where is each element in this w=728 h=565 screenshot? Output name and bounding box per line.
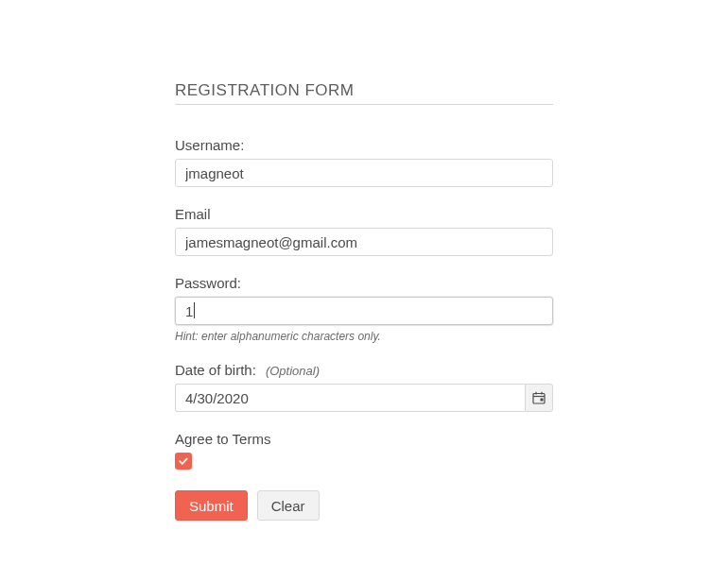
username-field: Username: xyxy=(175,137,553,187)
calendar-icon xyxy=(532,391,546,404)
submit-button[interactable]: Submit xyxy=(175,490,248,521)
dob-label: Date of birth: xyxy=(175,362,256,378)
password-hint: Hint: enter alphanumeric characters only… xyxy=(175,330,553,343)
username-label: Username: xyxy=(175,137,553,153)
form-title: REGISTRATION FORM xyxy=(175,81,553,105)
registration-form: REGISTRATION FORM Username: Email Passwo… xyxy=(175,0,553,521)
dob-input[interactable] xyxy=(175,384,525,412)
password-input[interactable] xyxy=(175,297,553,325)
username-input[interactable] xyxy=(175,159,553,187)
password-label: Password: xyxy=(175,275,553,291)
password-field: Password: Hint: enter alphanumeric chara… xyxy=(175,275,553,343)
text-caret xyxy=(194,302,195,318)
button-row: Submit Clear xyxy=(175,490,553,521)
svg-rect-4 xyxy=(541,399,544,402)
check-icon xyxy=(178,455,189,467)
terms-field: Agree to Terms xyxy=(175,431,553,470)
calendar-button[interactable] xyxy=(525,384,553,412)
terms-label: Agree to Terms xyxy=(175,431,553,447)
terms-checkbox[interactable] xyxy=(175,453,192,470)
email-input[interactable] xyxy=(175,228,553,256)
clear-button[interactable]: Clear xyxy=(257,490,320,521)
dob-field: Date of birth: (Optional) xyxy=(175,362,553,412)
dob-optional: (Optional) xyxy=(266,364,320,378)
email-field: Email xyxy=(175,206,553,256)
email-label: Email xyxy=(175,206,553,222)
